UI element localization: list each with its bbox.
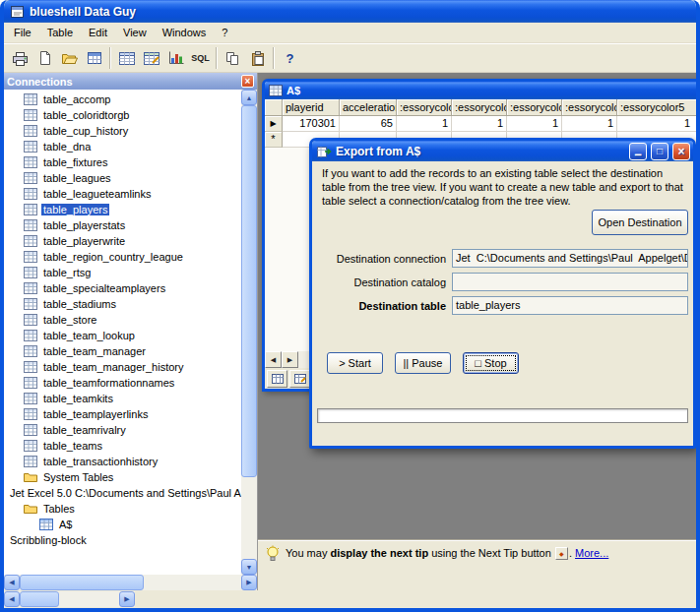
field-row: Destination connectionJet C:\Documents a… — [314, 249, 688, 268]
tree-item[interactable]: table_store — [4, 312, 241, 328]
menu-view[interactable]: View — [115, 24, 155, 41]
table-design-button[interactable] — [139, 46, 163, 71]
grid-cell[interactable]: 65 — [340, 116, 397, 132]
tree-item[interactable]: Tables — [4, 501, 241, 517]
scroll-left-button[interactable]: ◀ — [4, 591, 20, 607]
table-view-button[interactable] — [114, 46, 139, 71]
chart-button[interactable] — [163, 46, 188, 71]
paste-button[interactable] — [245, 46, 270, 71]
tree-item[interactable]: table_playerstats — [4, 217, 241, 233]
tree-item[interactable]: table_leagues — [4, 170, 241, 186]
tree-item[interactable]: table_rtsg — [4, 265, 241, 280]
close-button[interactable]: × — [672, 143, 690, 160]
menu-windows[interactable]: Windows — [155, 24, 215, 41]
tree-item[interactable]: table_teamrivalry — [4, 422, 241, 438]
tree-item[interactable]: table_playerwrite — [4, 233, 241, 249]
scrollbar-track[interactable] — [20, 575, 241, 590]
sql-button[interactable]: SQL — [188, 46, 213, 71]
scrollbar-thumb[interactable] — [20, 575, 144, 590]
column-header[interactable]: :essorycolor2 — [452, 99, 507, 116]
column-header[interactable]: :essorycolor1 — [397, 99, 452, 116]
tree-item[interactable]: Jet Excel 5.0 C:\Documents and Settings\… — [4, 485, 241, 501]
field-destination-catalog[interactable] — [452, 273, 688, 291]
grid-design-button[interactable] — [289, 370, 310, 388]
tree-item[interactable]: Scribbling-block — [4, 532, 241, 548]
scroll-down-button[interactable]: ▼ — [241, 559, 257, 575]
column-header[interactable]: :essorycolor3 — [507, 99, 562, 116]
grid-cell[interactable]: 170301 — [283, 116, 340, 132]
main-horizontal-scrollbar[interactable]: ◀ ▶ — [4, 591, 135, 607]
start-button[interactable]: > Start — [327, 352, 383, 374]
tree-item[interactable]: table_stadiums — [4, 296, 241, 312]
scroll-right-button[interactable]: ▶ — [241, 575, 257, 590]
tree-item[interactable]: table_team_manager — [4, 343, 241, 359]
tree-item[interactable]: table_accomp — [4, 92, 241, 107]
column-header[interactable]: acceleration — [340, 99, 397, 116]
scrollbar-track[interactable] — [241, 105, 257, 559]
tree-item[interactable]: table_cup_history — [4, 123, 241, 139]
current-row-header[interactable]: ▶ — [265, 116, 283, 132]
column-header[interactable]: :essorycolor4 — [562, 99, 617, 116]
pause-button[interactable]: || Pause — [395, 352, 451, 374]
tree-item[interactable]: A$ — [4, 517, 241, 532]
dialog-titlebar[interactable]: Export from A$ ▁ □ × — [312, 141, 693, 161]
stop-button[interactable]: □ Stop — [463, 352, 519, 374]
more-link[interactable]: More... — [575, 547, 608, 559]
tree-item-label: table_store — [41, 314, 98, 326]
scrollbar-track[interactable] — [20, 591, 119, 607]
tree-item[interactable]: table_teamplayerlinks — [4, 406, 241, 422]
grid-scroll-right-button[interactable]: ▶ — [282, 351, 298, 368]
tree-item[interactable]: System Tables — [4, 469, 241, 485]
tree-item[interactable]: table_region_country_league — [4, 249, 241, 265]
new-document-button[interactable] — [32, 46, 57, 71]
menu-table[interactable]: Table — [39, 24, 81, 41]
tree-item[interactable]: table_dna — [4, 139, 241, 154]
scroll-up-button[interactable]: ▲ — [241, 90, 257, 105]
minimize-button[interactable]: ▁ — [629, 143, 647, 160]
maximize-button[interactable]: □ — [651, 143, 668, 160]
titlebar[interactable]: blueshell Data Guy — [4, 0, 696, 23]
print-button[interactable] — [8, 46, 32, 71]
grid-view-button[interactable] — [267, 370, 287, 388]
column-header[interactable]: :essorycolor5 — [617, 99, 696, 116]
next-tip-button-icon[interactable]: ◆ — [555, 547, 568, 560]
tree-vertical-scrollbar[interactable]: ▲ ▼ — [241, 90, 257, 575]
export-dialog: Export from A$ ▁ □ × If you want to add … — [309, 138, 696, 449]
scrollbar-thumb[interactable] — [20, 591, 59, 607]
menu-edit[interactable]: Edit — [81, 24, 115, 41]
copy-button[interactable] — [221, 46, 245, 71]
tree-item[interactable]: table_fixtures — [4, 154, 241, 170]
scrollbar-thumb[interactable] — [241, 105, 257, 477]
field-destination-table[interactable]: table_players — [452, 296, 688, 315]
tree-item[interactable]: table_transactionhistory — [4, 454, 241, 469]
open-button[interactable] — [57, 46, 82, 71]
scroll-left-button[interactable]: ◀ — [4, 575, 20, 590]
tree-item[interactable]: table_teamkits — [4, 391, 241, 406]
tree-item[interactable]: table_leagueteamlinks — [4, 186, 241, 202]
table-window-button[interactable] — [82, 46, 106, 71]
tree-item[interactable]: table_teams — [4, 438, 241, 454]
grid-cell[interactable]: 1 — [562, 116, 617, 132]
scroll-right-button[interactable]: ▶ — [119, 591, 135, 607]
grid-window-titlebar[interactable]: A$ — [265, 82, 696, 99]
tree-item[interactable]: table_teamformationnames — [4, 375, 241, 391]
grid-cell[interactable]: 1 — [507, 116, 562, 132]
tree-item[interactable]: table_players — [4, 202, 241, 217]
tree-item[interactable]: table_team_lookup — [4, 328, 241, 343]
field-destination-connection[interactable]: Jet C:\Documents and Settings\Paul Appel… — [452, 249, 688, 268]
connections-close-button[interactable]: × — [241, 75, 254, 88]
tree-horizontal-scrollbar[interactable]: ◀ ▶ — [4, 575, 257, 590]
grid-cell[interactable]: 1 — [617, 116, 696, 132]
new-row-header[interactable]: * — [265, 132, 283, 148]
help-button[interactable]: ? — [278, 46, 302, 71]
open-destination-button[interactable]: Open Destination — [592, 210, 688, 235]
grid-cell[interactable]: 1 — [452, 116, 507, 132]
tree-item[interactable]: table_team_manager_history — [4, 359, 241, 375]
tree-item[interactable]: table_coloridtorgb — [4, 107, 241, 123]
grid-cell[interactable]: 1 — [397, 116, 452, 132]
tree-item[interactable]: table_specialteamplayers — [4, 280, 241, 296]
menu-help[interactable]: ? — [214, 24, 235, 41]
column-header[interactable]: playerid — [283, 99, 340, 116]
grid-scroll-left-button[interactable]: ◀ — [265, 351, 282, 368]
menu-file[interactable]: File — [6, 24, 39, 41]
